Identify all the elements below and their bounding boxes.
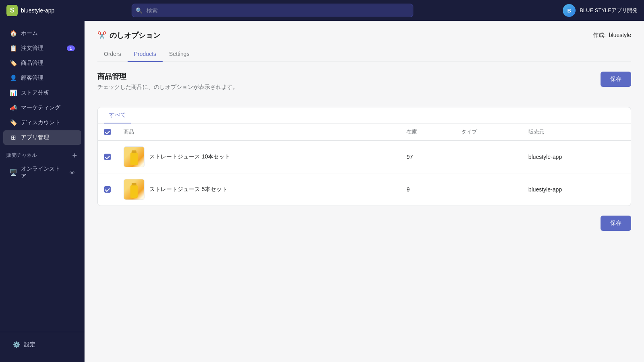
topnav-right: B BLUE STYLEアプリ開発 xyxy=(563,4,638,17)
th-type: タイプ xyxy=(455,123,522,141)
marketing-icon: 📣 xyxy=(10,104,17,111)
products-table: 商品 在庫 タイプ 販売元 xyxy=(98,123,631,206)
row2-checkbox[interactable] xyxy=(104,186,111,193)
settings-icon: ⚙️ xyxy=(13,341,20,348)
save-button-top[interactable]: 保存 xyxy=(601,72,631,87)
row2-product-cell: ストレートジュース 5本セット xyxy=(117,173,400,206)
row1-product-cell: ストレートジュース 10本セット xyxy=(117,141,400,173)
inner-tab-all[interactable]: すべて xyxy=(104,107,131,123)
top-navigation: S bluestyle-app 🔍 B BLUE STYLEアプリ開発 xyxy=(0,0,644,21)
avatar[interactable]: B xyxy=(563,4,576,17)
sidebar-item-apps[interactable]: ⊞ アプリ管理 xyxy=(3,130,81,145)
table-row: ストレートジュース 10本セット 97 bluestyle-app xyxy=(98,141,631,173)
th-stock: 在庫 xyxy=(400,123,455,141)
sidebar-item-marketing[interactable]: 📣 マーケティング xyxy=(3,101,81,115)
row1-checkbox-cell xyxy=(98,141,117,173)
sidebar-label-home: ホーム xyxy=(21,30,38,37)
save-button-bottom[interactable]: 保存 xyxy=(601,216,631,231)
row1-product-name: ストレートジュース 10本セット xyxy=(149,153,230,160)
sidebar-label-analytics: ストア分析 xyxy=(21,89,49,97)
sidebar-section-label: 販売チャネル xyxy=(6,152,37,158)
sidebar-label-apps: アプリ管理 xyxy=(21,134,49,141)
sidebar-section-channels: 販売チャネル ＋ xyxy=(0,145,85,161)
row1-stock: 97 xyxy=(400,141,455,173)
search-input[interactable] xyxy=(132,4,413,17)
bottom-save-area: 保存 xyxy=(97,216,631,231)
row2-checkbox-cell xyxy=(98,173,117,206)
row2-type xyxy=(455,173,522,206)
row2-thumb-image xyxy=(124,179,144,200)
row1-thumbnail xyxy=(124,146,144,167)
juice-bottle-icon-2 xyxy=(130,185,138,198)
sidebar-bottom: ⚙️ 設定 xyxy=(0,332,85,357)
th-product: 商品 xyxy=(117,123,400,141)
section-title: 商品管理 xyxy=(97,72,238,81)
tab-products[interactable]: Products xyxy=(128,47,163,62)
page-icon: ✂️ xyxy=(97,31,106,40)
content-area: 商品管理 チェックした商品に、のしオプションが表示されます。 保存 すべて xyxy=(97,62,631,241)
shopify-icon: S xyxy=(6,5,18,16)
sidebar-item-products[interactable]: 🏷️ 商品管理 xyxy=(3,56,81,70)
sidebar-label-online-store: オンラインストア xyxy=(21,165,66,180)
row1-thumb-image xyxy=(124,147,144,167)
th-checkbox xyxy=(98,123,117,141)
sidebar-label-products: 商品管理 xyxy=(21,60,43,67)
sidebar-label-discounts: ディスカウント xyxy=(21,119,60,126)
row2-vendor: bluestyle-app xyxy=(522,173,631,206)
sidebar-label-orders: 注文管理 xyxy=(21,45,43,52)
tab-orders[interactable]: Orders xyxy=(97,47,128,62)
table-row: ストレートジュース 5本セット 9 bluestyle-app xyxy=(98,173,631,206)
online-store-icon: 🖥️ xyxy=(10,169,17,176)
sidebar-item-orders[interactable]: 📋 注文管理 1 xyxy=(3,41,81,56)
search-icon: 🔍 xyxy=(136,7,142,14)
analytics-icon: 📊 xyxy=(10,89,17,97)
search-area: 🔍 xyxy=(132,4,413,17)
sidebar-item-home[interactable]: 🏠 ホーム xyxy=(3,26,81,41)
row1-type xyxy=(455,141,522,173)
inner-tabs: すべて xyxy=(98,107,631,123)
row1-vendor: bluestyle-app xyxy=(522,141,631,173)
products-icon: 🏷️ xyxy=(10,60,17,67)
sidebar: 🏠 ホーム 📋 注文管理 1 🏷️ 商品管理 👤 顧客管理 📊 ストア分析 xyxy=(0,21,85,362)
sidebar-item-settings[interactable]: ⚙️ 設定 xyxy=(6,337,78,352)
home-icon: 🏠 xyxy=(10,30,17,37)
page-title-area: ✂️ のしオプション xyxy=(97,31,160,40)
page-tabs: Orders Products Settings xyxy=(97,47,631,62)
th-vendor: 販売元 xyxy=(522,123,631,141)
content-header: 商品管理 チェックした商品に、のしオプションが表示されます。 保存 xyxy=(97,72,631,97)
orders-badge: 1 xyxy=(67,45,75,51)
row1-checkbox[interactable] xyxy=(104,154,111,160)
row2-thumbnail xyxy=(124,179,144,200)
tab-settings[interactable]: Settings xyxy=(163,47,196,62)
add-channel-icon[interactable]: ＋ xyxy=(71,152,78,159)
sidebar-item-customers[interactable]: 👤 顧客管理 xyxy=(3,71,81,85)
meta-value: bluestyle xyxy=(609,32,631,38)
sidebar-item-analytics[interactable]: 📊 ストア分析 xyxy=(3,86,81,100)
sidebar-item-online-store[interactable]: 🖥️ オンラインストア 👁 xyxy=(3,162,81,183)
sidebar-item-discounts[interactable]: 🏷️ ディスカウント xyxy=(3,115,81,130)
products-card: すべて 商品 在庫 xyxy=(97,107,631,206)
juice-bottle-icon xyxy=(130,152,138,165)
app-logo[interactable]: S bluestyle-app xyxy=(6,5,54,16)
apps-icon: ⊞ xyxy=(10,134,17,141)
sidebar-label-marketing: マーケティング xyxy=(21,104,60,111)
page-meta: 作成: bluestyle xyxy=(593,32,631,39)
sidebar-label-settings: 設定 xyxy=(24,341,35,348)
row2-product-name: ストレートジュース 5本セット xyxy=(149,186,227,193)
page-title: のしオプション xyxy=(109,31,160,40)
sidebar-label-customers: 顧客管理 xyxy=(21,74,43,82)
orders-icon: 📋 xyxy=(10,45,17,52)
page-header: ✂️ のしオプション 作成: bluestyle xyxy=(97,31,631,40)
discounts-icon: 🏷️ xyxy=(10,119,17,126)
user-name: BLUE STYLEアプリ開発 xyxy=(580,7,638,14)
online-store-settings-icon[interactable]: 👁 xyxy=(70,170,75,176)
main-content: ✂️ のしオプション 作成: bluestyle Orders Products… xyxy=(85,21,644,362)
section-desc: チェックした商品に、のしオプションが表示されます。 xyxy=(97,84,238,91)
sidebar-nav: 🏠 ホーム 📋 注文管理 1 🏷️ 商品管理 👤 顧客管理 📊 ストア分析 xyxy=(0,26,85,332)
customers-icon: 👤 xyxy=(10,74,17,82)
select-all-checkbox[interactable] xyxy=(104,129,111,135)
row2-stock: 9 xyxy=(400,173,455,206)
app-name: bluestyle-app xyxy=(21,7,54,14)
meta-label: 作成: xyxy=(593,32,606,38)
